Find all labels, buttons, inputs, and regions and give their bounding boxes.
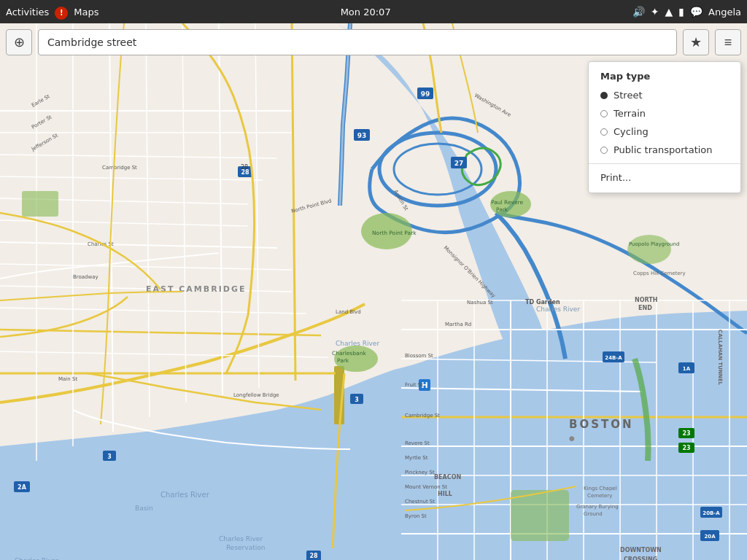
svg-text:Mount Vernon St: Mount Vernon St: [405, 484, 447, 490]
svg-text:Longfellow Bridge: Longfellow Bridge: [233, 392, 279, 398]
svg-text:Park: Park: [496, 206, 508, 213]
map-type-street[interactable]: Street: [589, 86, 740, 104]
battery-icon: ▮: [678, 6, 684, 18]
map-container[interactable]: 93 99 27 28 3 3 2A 28 24B-A 1A 20B-A 20A…: [0, 23, 747, 560]
svg-text:3: 3: [355, 397, 359, 403]
svg-text:END: END: [638, 305, 652, 311]
cycling-label: Cycling: [614, 126, 649, 137]
locate-button[interactable]: ⊕: [6, 29, 32, 55]
svg-text:DOWNTOWN: DOWNTOWN: [620, 547, 662, 553]
bluetooth-icon: ✦: [651, 6, 659, 18]
svg-text:Paul Revere: Paul Revere: [491, 199, 523, 206]
svg-text:Byron St: Byron St: [405, 513, 427, 519]
svg-text:Copps Hill Cemetery: Copps Hill Cemetery: [633, 271, 686, 276]
svg-text:Ground: Ground: [584, 511, 603, 517]
svg-text:Land Blvd: Land Blvd: [336, 309, 361, 315]
svg-text:Granary Burying: Granary Burying: [576, 504, 619, 510]
svg-text:28: 28: [309, 553, 318, 559]
svg-text:Charles River: Charles River: [219, 535, 263, 542]
svg-text:Charles River: Charles River: [15, 557, 58, 560]
svg-text:Myrtle St: Myrtle St: [405, 455, 428, 461]
panel-title: Map type: [589, 68, 740, 86]
topbar-center: Mon 20:07: [341, 7, 391, 18]
print-button[interactable]: Print...: [589, 168, 740, 187]
svg-text:3: 3: [107, 454, 112, 460]
radio-empty-dot-2: [600, 128, 608, 136]
svg-text:●: ●: [569, 435, 575, 442]
radio-empty-dot-3: [600, 147, 608, 154]
app-name-label[interactable]: Maps: [74, 7, 98, 18]
map-toolbar: ⊕ Cambridge street ★ ≡: [6, 29, 741, 55]
svg-text:North Point Park: North Point Park: [372, 230, 417, 236]
svg-text:Revere St: Revere St: [405, 440, 430, 446]
radio-selected-dot: [600, 92, 608, 99]
public-transport-label: Public transportation: [614, 144, 713, 155]
svg-text:NORTH: NORTH: [635, 297, 657, 303]
map-type-panel: Map type Street Terrain Cycling Public t…: [588, 61, 741, 193]
svg-text:Charlesbank: Charlesbank: [332, 350, 366, 357]
svg-text:23: 23: [682, 430, 690, 437]
svg-text:28: 28: [241, 164, 248, 171]
svg-text:Cambridge St: Cambridge St: [405, 413, 440, 419]
user-label: Angela: [708, 7, 741, 18]
svg-text:TD Garden: TD Garden: [525, 299, 560, 306]
svg-text:BOSTON: BOSTON: [569, 418, 634, 431]
svg-text:Charles River: Charles River: [336, 340, 379, 347]
svg-text:Main St: Main St: [58, 376, 77, 382]
panel-divider: [589, 163, 740, 164]
topbar: Activities ! Maps Mon 20:07 🔊 ✦ ▲ ▮ 💬 An…: [0, 0, 747, 23]
svg-text:27: 27: [454, 160, 464, 167]
activities-label[interactable]: Activities: [6, 7, 49, 18]
svg-text:2A: 2A: [18, 484, 27, 491]
svg-text:CALLAHAN TUNNEL: CALLAHAN TUNNEL: [717, 330, 723, 385]
svg-text:20B-A: 20B-A: [703, 510, 720, 516]
svg-text:Cemetery: Cemetery: [587, 493, 612, 499]
radio-empty-dot: [600, 110, 608, 117]
svg-text:BEACON: BEACON: [434, 474, 461, 481]
topbar-right: 🔊 ✦ ▲ ▮ 💬 Angela: [632, 6, 741, 18]
street-label: Street: [614, 90, 643, 101]
svg-text:Nashua St: Nashua St: [467, 300, 493, 306]
svg-text:93: 93: [357, 132, 367, 139]
svg-text:99: 99: [421, 90, 430, 98]
svg-text:Chestnut St: Chestnut St: [405, 499, 435, 505]
svg-rect-49: [511, 490, 569, 541]
svg-point-48: [627, 235, 671, 264]
map-type-public-transport[interactable]: Public transportation: [589, 141, 740, 159]
search-text: Cambridge street: [47, 36, 136, 48]
svg-text:Cambridge St: Cambridge St: [102, 165, 137, 171]
svg-text:1A: 1A: [683, 366, 691, 372]
star-icon: ★: [690, 34, 702, 50]
topbar-left: Activities ! Maps: [6, 4, 99, 20]
svg-text:Blossom St: Blossom St: [405, 353, 433, 359]
svg-text:Fruit St: Fruit St: [405, 382, 423, 388]
svg-text:20A: 20A: [704, 534, 716, 540]
map-type-cycling[interactable]: Cycling: [589, 122, 740, 141]
menu-icon: ≡: [724, 35, 732, 50]
svg-text:Pinckney St: Pinckney St: [405, 470, 435, 475]
menu-button[interactable]: ≡: [715, 29, 741, 55]
svg-text:Broadway: Broadway: [73, 274, 98, 280]
svg-text:Kings Chapel: Kings Chapel: [584, 486, 617, 491]
svg-rect-46: [22, 191, 58, 217]
svg-text:CROSSING: CROSSING: [624, 556, 657, 560]
svg-text:Martha Rd: Martha Rd: [445, 322, 471, 327]
svg-text:Reservation: Reservation: [226, 544, 265, 551]
map-type-terrain[interactable]: Terrain: [589, 104, 740, 122]
app-notification-icon: !: [55, 7, 68, 20]
svg-text:24B-A: 24B-A: [605, 355, 622, 361]
svg-text:23: 23: [682, 445, 690, 451]
wifi-icon: ▲: [665, 6, 673, 18]
sound-icon: 🔊: [632, 6, 645, 18]
svg-text:HILL: HILL: [438, 491, 452, 497]
search-bar[interactable]: Cambridge street: [38, 29, 677, 55]
locate-icon: ⊕: [14, 34, 25, 50]
svg-text:Park: Park: [337, 357, 349, 364]
svg-text:Puopolo Playground: Puopolo Playground: [629, 241, 679, 247]
clock-label: Mon 20:07: [341, 7, 391, 18]
svg-text:Basin: Basin: [135, 505, 153, 512]
svg-text:Charles River: Charles River: [536, 306, 580, 313]
message-icon: 💬: [690, 6, 703, 18]
terrain-label: Terrain: [614, 108, 646, 119]
bookmark-button[interactable]: ★: [683, 29, 709, 55]
